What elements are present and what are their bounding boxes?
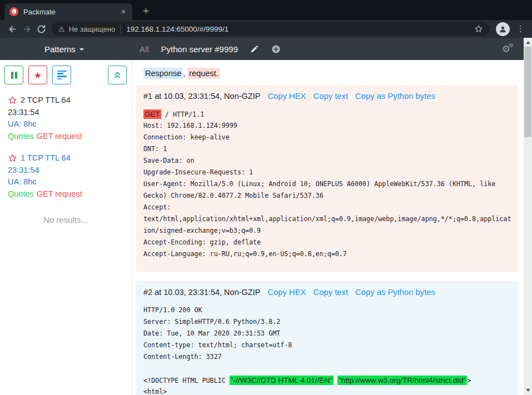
reload-icon[interactable] — [34, 22, 48, 36]
packet-line: User-Agent: Mozilla/5.0 (Linux; Android … — [143, 178, 512, 190]
security-warning-icon[interactable]: ⚠ — [58, 25, 65, 33]
stream-detail: Response, request. #1 at 10.03, 23:31:54… — [132, 60, 524, 395]
copy-action-link[interactable]: Copy HEX — [267, 288, 306, 297]
copy-action-link[interactable]: Copy text — [313, 92, 348, 101]
favorites-filter-button[interactable]: ★ — [28, 66, 47, 84]
url-text[interactable]: 192.168.1.124:65000/#/9999/1 — [126, 25, 474, 33]
app-navbar: Patterns All Python server #9999 ⚙ ⚙ — [0, 38, 524, 60]
packet-line: Gecko) Chrome/82.0.4077.2 Mobile Safari/… — [143, 190, 512, 202]
security-label: Не защищено — [69, 25, 116, 33]
packet-line: <html> — [143, 386, 512, 395]
star-outline-icon[interactable] — [8, 96, 17, 105]
stream-list-item[interactable]: 1 TCP TTL 64 23:31:54 UA: 8hc QuotesGET … — [4, 152, 127, 200]
packet-line: Accept-Encoding: gzip, deflate — [143, 237, 512, 248]
scrollbar-thumb[interactable] — [524, 47, 531, 137]
no-results-text: No results... — [4, 215, 127, 224]
profile-avatar[interactable] — [496, 22, 510, 36]
vertical-scrollbar[interactable] — [524, 38, 532, 395]
packet-list: #1 at 10.03, 23:31:54, Non-GZIP Copy HEX… — [136, 85, 518, 395]
browser-tab[interactable]: Packmate × — [4, 3, 132, 20]
packet-line: Server: SimpleHTTP/0.6 Python/3.8.2 — [143, 316, 512, 328]
packet-line: Save-Data: on — [143, 155, 512, 167]
copy-action-link[interactable]: Copy HEX — [267, 92, 306, 101]
chevron-down-icon — [79, 48, 84, 51]
pattern-match-highlight: "-//W3C//DTD HTML 4.01//EN" — [230, 376, 334, 385]
pause-capture-button[interactable] — [4, 66, 23, 84]
packet-line: Content-Length: 3327 — [143, 351, 512, 363]
legend-segment: request. — [187, 68, 220, 79]
stream-title: 1 TCP TTL 64 — [21, 152, 71, 164]
settings-gears-icon[interactable]: ⚙ ⚙ — [502, 44, 510, 54]
packet-actions: Copy HEXCopy textCopy as Python bytes — [260, 288, 435, 297]
packet-line: HTTP/1.0 200 OK — [143, 304, 512, 316]
copy-action-link[interactable]: Copy as Python bytes — [355, 92, 435, 101]
pattern-match-highlight: "http://www.w3.org/TR/html4/strict.dtd" — [337, 376, 467, 385]
packet-line: Host: 192.168.1.124:9999 — [143, 120, 512, 132]
stream-tag: Quotes — [8, 189, 34, 198]
legend-segment: Response — [143, 68, 183, 79]
stream-time: 23:31:54 — [8, 164, 123, 177]
packmate-favicon-icon — [9, 7, 18, 16]
packet-actions: Copy HEXCopy textCopy as Python bytes — [260, 92, 435, 101]
stream-user-agent: UA: 8hc — [8, 176, 123, 188]
stream-user-agent: UA: 8hc — [8, 118, 123, 131]
collapse-sidebar-button[interactable] — [108, 66, 127, 84]
packet-line: Accept: — [143, 202, 512, 213]
stream-list-item[interactable]: 2 TCP TTL 64 23:31:54 UA: 8hc QuotesGET … — [4, 94, 127, 142]
sidebar-toolbar: ★ — [4, 66, 127, 84]
stream-title: 2 TCP TTL 64 — [21, 94, 71, 107]
copy-action-link[interactable]: Copy text — [313, 288, 348, 297]
tab-all[interactable]: All — [140, 44, 149, 54]
packet-title: #2 at 10.03, 23:31:54, Non-GZIP — [143, 288, 260, 297]
scroll-up-arrow-icon[interactable] — [526, 41, 530, 44]
gear-small-icon: ⚙ — [509, 43, 514, 48]
patterns-menu-label: Patterns — [44, 44, 76, 54]
packet-line: Accept-Language: ru-RU,ru;q=0.9,en-US;q=… — [143, 248, 512, 260]
packet-line: DNT: 1 — [143, 143, 512, 155]
tab-python-server[interactable]: Python server #9999 — [161, 44, 238, 54]
browser-toolbar: ⚠ Не защищено 192.168.1.124:65000/#/9999… — [0, 20, 532, 38]
stream-list: 2 TCP TTL 64 23:31:54 UA: 8hc QuotesGET … — [4, 94, 127, 200]
browser-menu-icon[interactable]: ⋮ — [514, 24, 527, 34]
packet-block: #1 at 10.03, 23:31:54, Non-GZIP Copy HEX… — [136, 85, 518, 272]
stream-tag: GET request — [37, 189, 82, 198]
url-bar[interactable]: ⚠ Не защищено 192.168.1.124:65000/#/9999… — [52, 22, 490, 36]
copy-action-link[interactable]: Copy as Python bytes — [355, 288, 435, 297]
close-tab-icon[interactable]: × — [120, 7, 127, 16]
packet-line: <!DOCTYPE HTML PUBLIC "-//W3C//DTD HTML … — [143, 374, 512, 386]
browser-tab-title: Packmate — [23, 8, 120, 16]
packet-header: #1 at 10.03, 23:31:54, Non-GZIP Copy HEX… — [143, 92, 512, 101]
packet-body: HTTP/1.0 200 OKServer: SimpleHTTP/0.6 Py… — [143, 304, 512, 395]
forward-icon[interactable] — [19, 22, 34, 36]
stream-tag: Quotes — [8, 132, 34, 141]
packet-line: Connection: keep-alive — [143, 132, 512, 143]
packet-line: GET / HTTP/1.1 — [143, 108, 512, 120]
add-channel-icon[interactable] — [271, 44, 281, 54]
packet-header: #2 at 10.03, 23:31:54, Non-GZIP Copy HEX… — [143, 288, 512, 297]
packet-line: text/html,application/xhtml+xml,applicat… — [143, 213, 512, 225]
packet-block: #2 at 10.03, 23:31:54, Non-GZIP Copy HEX… — [136, 281, 518, 395]
edit-pencil-icon[interactable] — [250, 44, 259, 53]
patterns-menu[interactable]: Patterns — [44, 44, 84, 54]
bookmark-star-icon[interactable] — [474, 24, 483, 33]
scroll-down-arrow-icon[interactable] — [526, 389, 530, 392]
back-icon[interactable] — [5, 22, 19, 36]
filters-button[interactable] — [52, 66, 71, 84]
packet-legend: Response, request. — [143, 69, 518, 78]
packet-line: ion/signed-exchange;v=b3;q=0.9 — [143, 225, 512, 237]
stream-sidebar: ★ 2 TCP TTL 64 23:31:54 UA: 8hc QuotesGE… — [0, 60, 132, 395]
stream-time: 23:31:54 — [8, 107, 123, 119]
page-body: ★ 2 TCP TTL 64 23:31:54 UA: 8hc QuotesGE… — [0, 60, 524, 395]
packet-line: Date: Tue, 10 Mar 2020 20:31:53 GMT — [143, 328, 512, 339]
packet-line: Content-type: text/html; charset=utf-8 — [143, 339, 512, 351]
url-divider — [120, 25, 121, 33]
packet-body: GET / HTTP/1.1Host: 192.168.1.124:9999Co… — [143, 108, 512, 260]
channel-tabs: All Python server #9999 — [140, 44, 281, 54]
pattern-match-highlight: GET — [143, 109, 161, 119]
star-outline-icon[interactable] — [8, 153, 17, 163]
stream-tag: GET request — [37, 132, 82, 141]
stream-tags: QuotesGET request — [8, 188, 123, 201]
new-tab-button[interactable]: + — [143, 6, 149, 16]
packet-line: Upgrade-Insecure-Requests: 1 — [143, 167, 512, 178]
packet-line — [143, 363, 512, 374]
